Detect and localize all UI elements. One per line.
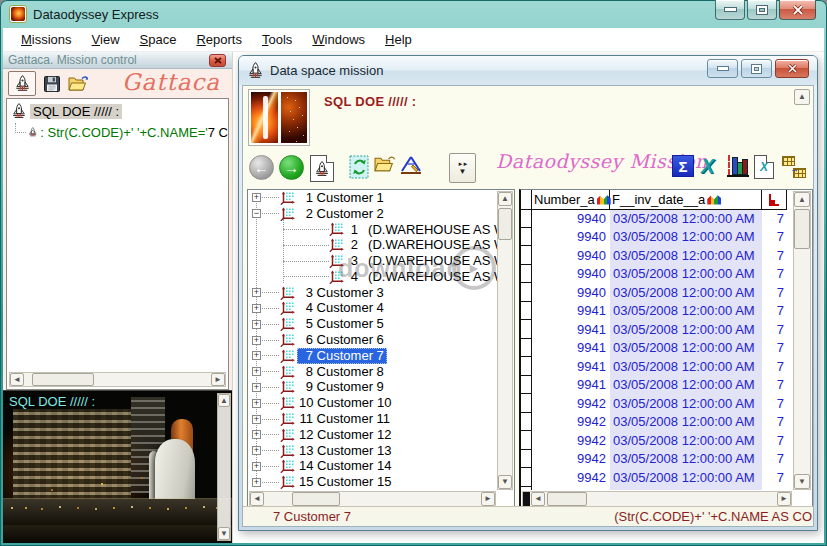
grid-row-header[interactable] (521, 228, 532, 247)
tree-customer-row[interactable]: +15 Customer 15 (248, 474, 497, 490)
cell-code[interactable]: 7 (762, 340, 787, 355)
grid-row-header[interactable] (521, 394, 532, 413)
tree-customer-row[interactable]: +1 Customer 1 (248, 190, 497, 206)
grid-row-header[interactable] (521, 209, 532, 228)
cell-inv-date[interactable]: 03/05/2008 12:00:00 AM (610, 320, 762, 339)
cell-code[interactable]: 7 (762, 248, 787, 263)
tree-expand-toggle[interactable]: + (252, 383, 261, 392)
tree-customer-row[interactable]: −2 Customer 2 (248, 206, 497, 222)
grid-row[interactable]: 994103/05/2008 12:00:00 AM7 (521, 376, 792, 395)
cell-code[interactable]: 7 (762, 396, 787, 411)
tree-item-label[interactable]: 15 Customer 15 (297, 474, 395, 490)
cell-number[interactable]: 9942 (532, 470, 610, 485)
scroll-down-button[interactable]: ▼ (218, 527, 230, 540)
scroll-thumb[interactable] (794, 209, 810, 249)
scroll-right-button[interactable]: ► (481, 492, 495, 506)
scroll-left-button[interactable]: ◄ (531, 492, 545, 506)
cell-code[interactable]: 7 (762, 211, 787, 226)
tree-expand-toggle[interactable]: + (252, 367, 261, 376)
cell-inv-date[interactable]: 03/05/2008 12:00:00 AM (610, 265, 762, 284)
tree-customer-row[interactable]: +14 Customer 14 (248, 459, 497, 475)
scroll-thumb[interactable] (547, 492, 587, 506)
tree-expand-toggle[interactable]: + (252, 320, 261, 329)
scroll-left-button[interactable]: ◄ (250, 492, 264, 506)
tree-warehouse-row[interactable]: 2 (D.WAREHOUSE AS WAREHOUSE (248, 237, 497, 253)
grid-row[interactable]: 994003/05/2008 12:00:00 AM7 (521, 209, 792, 228)
tree-item-label[interactable]: 11 Customer 11 (297, 411, 393, 427)
cell-inv-date[interactable]: 03/05/2008 12:00:00 AM (610, 209, 762, 228)
menu-reports[interactable]: Reports (186, 29, 252, 50)
forward-button[interactable]: → (279, 155, 304, 180)
cell-code[interactable]: 7 (762, 451, 787, 466)
scroll-up-button[interactable]: ▲ (218, 394, 230, 407)
grid-row-header[interactable] (521, 302, 532, 321)
cell-inv-date[interactable]: 03/05/2008 12:00:00 AM (610, 468, 762, 487)
tree-customer-row[interactable]: +6 Customer 6 (248, 332, 497, 348)
tree-expand-toggle[interactable]: + (252, 288, 261, 297)
grid-row-header[interactable] (521, 357, 532, 376)
scroll-thumb[interactable] (32, 373, 94, 386)
tree-expand-toggle[interactable]: + (252, 399, 261, 408)
cell-inv-date[interactable]: 03/05/2008 12:00:00 AM (610, 357, 762, 376)
tree-expand-toggle[interactable]: + (252, 193, 261, 202)
column-header-code[interactable] (762, 190, 787, 209)
grid-row[interactable]: 994203/05/2008 12:00:00 AM7 (521, 394, 792, 413)
tree-item-label[interactable]: 3 Customer 3 (297, 285, 387, 301)
cell-number[interactable]: 9941 (532, 359, 610, 374)
gattaca-close-button[interactable] (209, 54, 226, 67)
grid-row[interactable]: 994203/05/2008 12:00:00 AM7 (521, 431, 792, 450)
cell-code[interactable]: 7 (762, 470, 787, 485)
refresh-button[interactable] (349, 155, 371, 179)
grid-row-header[interactable] (521, 487, 532, 491)
cell-number[interactable]: 9940 (532, 229, 610, 244)
tree-warehouse-row[interactable]: 4 (D.WAREHOUSE AS WAREHOUSE (248, 269, 497, 285)
grid-row[interactable]: 994003/05/2008 12:00:00 AM7 (521, 246, 792, 265)
tree-customer-row[interactable]: +9 Customer 9 (248, 380, 497, 396)
design-button[interactable] (399, 155, 423, 177)
close-button[interactable] (779, 0, 816, 20)
cell-number[interactable]: 9943 (532, 488, 610, 490)
tree-warehouse-row[interactable]: 1 (D.WAREHOUSE AS WAREHOUSE (248, 222, 497, 238)
tree-customer-row[interactable]: +13 Customer 13 (248, 443, 497, 459)
cell-code[interactable]: 7 (762, 303, 787, 318)
gattaca-tree-hscrollbar[interactable]: ◄ ► (9, 372, 226, 387)
chart-button[interactable] (727, 155, 749, 177)
grid-row-header[interactable] (521, 468, 532, 487)
mission-close-button[interactable] (775, 59, 809, 78)
open-mission-button[interactable] (374, 155, 396, 173)
sigma-button[interactable]: Σ (672, 155, 694, 177)
menu-space[interactable]: Space (130, 29, 187, 50)
cell-number[interactable]: 9940 (532, 211, 610, 226)
tree-item-label[interactable]: 4 Customer 4 (297, 301, 387, 317)
tree-item-label[interactable]: 13 Customer 13 (297, 443, 395, 459)
tree-expand-toggle[interactable]: + (252, 304, 261, 313)
mission-restore-button[interactable] (741, 59, 772, 78)
grid-row[interactable]: 994003/05/2008 12:00:00 AM7 (521, 265, 792, 284)
cell-inv-date[interactable]: 03/05/2008 12:00:00 AM (610, 394, 762, 413)
menu-view[interactable]: View (82, 29, 130, 50)
tree-item-label[interactable]: 2 Customer 2 (297, 206, 387, 222)
cell-inv-date[interactable]: 03/05/2008 12:00:00 AM (610, 339, 762, 358)
cell-inv-date[interactable]: 03/05/2008 12:00:00 AM (610, 487, 762, 491)
cell-inv-date[interactable]: 03/05/2008 12:00:00 AM (610, 413, 762, 432)
cell-code[interactable]: 7 (762, 359, 787, 374)
grid-row[interactable]: 994103/05/2008 12:00:00 AM7 (521, 320, 792, 339)
save-button[interactable] (43, 75, 61, 93)
tree-customer-row[interactable]: +8 Customer 8 (248, 364, 497, 380)
tree-item-label[interactable]: 2 (D.WAREHOUSE AS WAREHOUSE (346, 237, 497, 253)
tree-item-label[interactable]: 1 Customer 1 (297, 190, 387, 206)
tree-expand-toggle[interactable]: + (252, 430, 261, 439)
grid-row-header[interactable] (521, 283, 532, 302)
tree-expand-toggle[interactable]: + (252, 351, 261, 360)
tree-customer-row[interactable]: +5 Customer 5 (248, 316, 497, 332)
tree-warehouse-row[interactable]: 3 (D.WAREHOUSE AS WAREHOUSE (248, 253, 497, 269)
tree-customer-row[interactable]: +4 Customer 4 (248, 301, 497, 317)
scroll-down-button[interactable]: ▼ (794, 474, 810, 489)
cell-number[interactable]: 9942 (532, 451, 610, 466)
tree-item-label[interactable]: 10 Customer 10 (297, 395, 395, 411)
scroll-left-button[interactable]: ◄ (10, 373, 24, 386)
cell-code[interactable]: 7 (762, 229, 787, 244)
tree-expand-toggle[interactable]: + (252, 415, 261, 424)
back-button[interactable]: ← (249, 155, 274, 180)
excel-export-button[interactable]: X (701, 155, 714, 178)
